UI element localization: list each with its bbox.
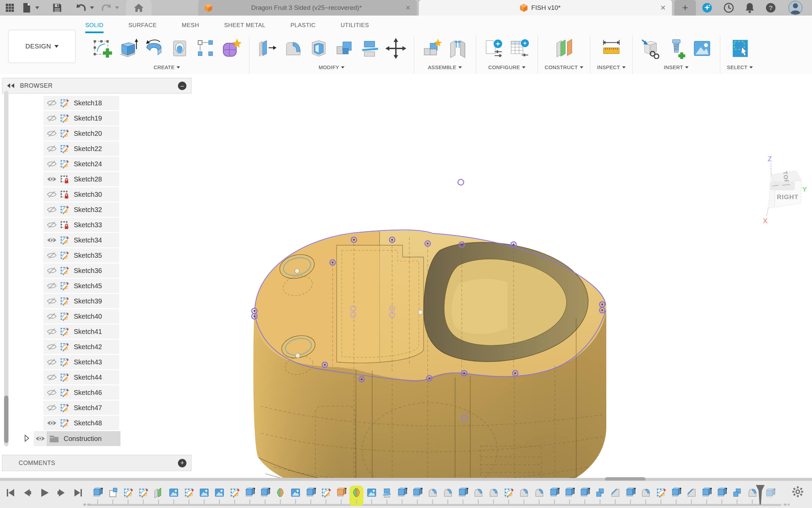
configuration-table-tool[interactable] — [509, 37, 531, 60]
fillet-tool[interactable] — [282, 37, 304, 60]
timeline-feature-combine[interactable] — [731, 487, 743, 505]
timeline-item-suppressed[interactable] — [765, 488, 776, 500]
visibility-eye-icon[interactable] — [45, 98, 58, 108]
move-tool[interactable] — [385, 37, 407, 60]
document-tab-2[interactable]: FISH v10* ✕ — [419, 0, 672, 16]
timeline-feature-canvas[interactable] — [168, 487, 179, 505]
timeline-feature-mirror[interactable] — [351, 487, 362, 505]
timeline-feature-extrude[interactable] — [260, 487, 271, 505]
visibility-eye-icon[interactable] — [45, 250, 58, 260]
visibility-eye-icon[interactable] — [45, 281, 58, 291]
ribbon-tab-solid[interactable]: SOLID — [85, 22, 104, 33]
timeline-feature-fillet[interactable] — [427, 487, 438, 505]
save-icon[interactable] — [51, 3, 63, 13]
browser-item-sketch40[interactable]: Sketch40 — [43, 309, 119, 323]
ribbon-tab-utilities[interactable]: UTILITIES — [341, 22, 369, 33]
create-sketch-tool[interactable] — [91, 37, 114, 60]
undo-caret[interactable] — [89, 3, 95, 13]
timeline-feature-extrude[interactable] — [397, 487, 408, 505]
group-label[interactable]: MODIFY — [319, 64, 339, 70]
insert-canvas-tool[interactable] — [691, 37, 713, 60]
timeline-feature-fillet[interactable] — [640, 487, 651, 505]
measure-tool[interactable] — [600, 37, 623, 60]
browser-item-sketch46[interactable]: Sketch46 — [43, 385, 119, 400]
viewport-canvas[interactable]: TOP RIGHT Z Y X ± — [0, 74, 812, 478]
visibility-eye-icon[interactable] — [45, 266, 58, 276]
group-label[interactable]: SELECT — [727, 64, 748, 70]
notifications-icon[interactable] — [744, 2, 756, 14]
visibility-eye-icon[interactable] — [45, 189, 58, 199]
revolve-tool[interactable] — [143, 37, 165, 60]
form-tool[interactable] — [220, 37, 242, 60]
insert-fastener-tool[interactable] — [665, 37, 687, 60]
visibility-eye-icon[interactable] — [45, 357, 58, 367]
browser-scrollbar-thumb[interactable] — [4, 396, 8, 443]
group-label[interactable]: CONSTRUCT — [545, 64, 578, 70]
timeline-feature-chamfer[interactable] — [610, 487, 621, 505]
timeline-feature-sketch[interactable] — [229, 487, 240, 505]
browser-item-sketch42[interactable]: Sketch42 — [43, 340, 119, 354]
timeline-feature-canvas[interactable] — [366, 487, 377, 505]
timeline-feature-sketch[interactable] — [320, 487, 332, 505]
avatar[interactable] — [788, 2, 803, 14]
extrude-tool[interactable] — [117, 37, 139, 60]
visibility-eye-icon[interactable] — [45, 403, 58, 413]
close-tab-1-icon[interactable]: ✕ — [405, 4, 411, 12]
browser-item-sketch47[interactable]: Sketch47 — [43, 401, 119, 415]
document-tab-1[interactable]: Dragon Fruit 3 Sided (v25~recovered)* ✕ — [198, 0, 417, 16]
timeline-feature-fillet[interactable] — [442, 487, 453, 505]
visibility-eye-icon[interactable] — [45, 205, 58, 215]
browser-item-sketch22[interactable]: Sketch22 — [43, 142, 119, 156]
browser-item-sketch43[interactable]: Sketch43 — [43, 355, 119, 369]
browser-item-sketch44[interactable]: Sketch44 — [43, 370, 119, 384]
redo-icon[interactable] — [101, 3, 112, 13]
timeline-feature-plane[interactable] — [153, 487, 164, 505]
rectangular-pattern-tool[interactable] — [194, 37, 217, 60]
home-button[interactable] — [126, 0, 152, 16]
visibility-eye-icon[interactable] — [45, 342, 58, 352]
configuration-tool[interactable] — [483, 37, 505, 60]
timeline-feature-chamfer[interactable] — [686, 487, 697, 505]
redo-caret[interactable] — [114, 3, 120, 13]
file-new-icon[interactable] — [21, 3, 32, 13]
group-label[interactable]: CONFIGURE — [488, 64, 520, 70]
file-new-caret[interactable] — [34, 3, 41, 13]
browser-item-sketch39[interactable]: Sketch39 — [43, 294, 119, 308]
timeline-feature-extrude[interactable] — [92, 487, 103, 505]
timeline-feature-mirror[interactable] — [275, 487, 286, 505]
browser-display-toggle[interactable]: – — [178, 82, 186, 90]
timeline-feature-extrude[interactable] — [579, 487, 590, 505]
help-icon[interactable]: ? — [765, 2, 777, 14]
browser-header[interactable]: BROWSER – — [2, 78, 191, 93]
viewcube-front-face[interactable]: RIGHT — [777, 193, 798, 200]
sketch-point-floating[interactable] — [457, 179, 464, 186]
ribbon-tab-mesh[interactable]: MESH — [182, 22, 199, 33]
browser-item-sketch36[interactable]: Sketch36 — [43, 263, 119, 278]
browser-item-sketch33[interactable]: Sketch33 — [43, 218, 119, 232]
model-fish-body[interactable] — [237, 216, 626, 508]
timeline-feature-extrude[interactable] — [549, 487, 560, 505]
visibility-eye-icon[interactable] — [45, 418, 58, 428]
timeline-position-marker[interactable] — [755, 485, 766, 507]
timeline-feature-combine[interactable] — [594, 487, 606, 505]
close-tab-2-icon[interactable]: ✕ — [660, 4, 666, 12]
browser-item-sketch20[interactable]: Sketch20 — [43, 126, 119, 141]
visibility-eye-icon[interactable] — [45, 387, 58, 398]
timeline-feature-extrude[interactable] — [701, 487, 712, 505]
timeline-feature-split[interactable] — [381, 487, 392, 505]
new-component-tool[interactable] — [421, 37, 443, 60]
step-forward-button[interactable] — [55, 488, 67, 498]
timeline-feature-sketch[interactable] — [138, 487, 149, 505]
go-to-end-button[interactable] — [72, 488, 84, 498]
browser-item-sketch30[interactable]: Sketch30 — [43, 187, 119, 202]
browser-item-sketch24[interactable]: Sketch24 — [43, 157, 119, 171]
visibility-eye-icon[interactable] — [45, 144, 58, 154]
timeline-feature-fillet[interactable] — [534, 487, 545, 505]
ribbon-tab-surface[interactable]: SURFACE — [129, 22, 157, 33]
extensions-icon[interactable] — [701, 2, 713, 14]
visibility-eye-icon[interactable] — [45, 235, 58, 245]
insert-derive-tool[interactable] — [639, 37, 662, 60]
ribbon-tab-sheet-metal[interactable]: SHEET METAL — [224, 22, 265, 33]
offset-plane-tool[interactable] — [553, 37, 575, 60]
browser-scrollbar-track[interactable] — [4, 91, 8, 446]
